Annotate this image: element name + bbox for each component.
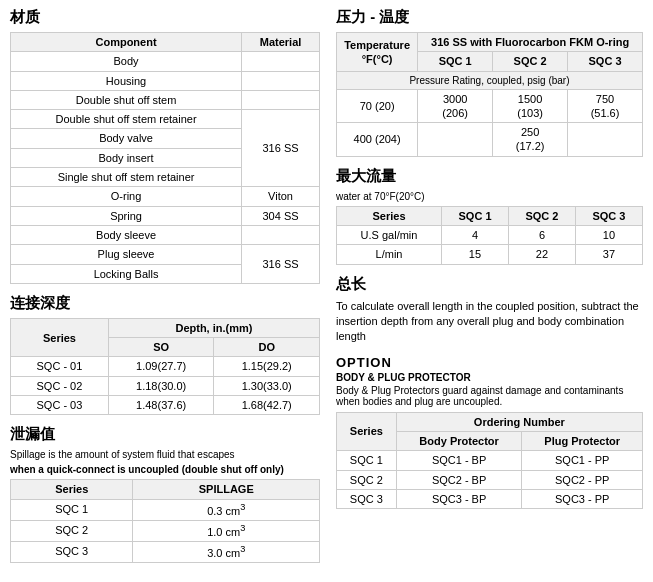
material-table: Component Material BodyHousingDouble shu… [10,32,320,284]
cd-row-cell: SQC - 03 [11,396,109,415]
material-row-component: Body [11,52,242,71]
pt-pressure-label: Pressure Rating, coupled, psig (bar) [337,71,643,89]
cd-so-header: SO [108,338,214,357]
option-section: OPTION BODY & PLUG PROTECTOR Body & Plug… [336,355,643,509]
connection-depth-section: 连接深度 Series Depth, in.(mm) SO DO SQC - 0… [10,294,320,415]
material-row-value: 316 SS [242,245,320,284]
mf-row-cell: 22 [508,245,575,264]
material-row-component: Single shut off stem retainer [11,168,242,187]
max-flow-table: Series SQC 1 SQC 2 SQC 3 U.S gal/min4610… [336,206,643,265]
main-layout: 材质 Component Material BodyHousingDouble … [10,8,643,573]
material-row-value [242,225,320,244]
pressure-temp-table: Temperature°F(°C) 316 SS with Fluorocarb… [336,32,643,157]
mf-row-cell: 4 [442,226,509,245]
spillage-row-value: 0.3 cm3 [133,499,320,520]
pt-row-cell [418,123,493,157]
option-row-cell: SQC2 - BP [396,470,522,489]
pt-sqc2-header: SQC 2 [493,52,568,71]
spillage-row-value: 3.0 cm3 [133,541,320,562]
pt-temp-header: Temperature°F(°C) [337,33,418,72]
mf-row-cell: 6 [508,226,575,245]
cd-row-cell: 1.18(30.0) [108,376,214,395]
material-row-value: 304 SS [242,206,320,225]
overall-length-desc: To calculate overall length in the coupl… [336,299,643,345]
pt-row-cell: 1500 (103) [493,89,568,123]
option-title: OPTION [336,355,643,370]
mf-sqc2-header: SQC 2 [508,206,575,225]
max-flow-title: 最大流量 [336,167,643,186]
option-row-cell: SQC2 - PP [522,470,643,489]
connection-depth-table: Series Depth, in.(mm) SO DO SQC - 011.09… [10,318,320,415]
option-row-cell: SQC 1 [337,451,397,470]
connection-depth-title: 连接深度 [10,294,320,313]
material-row-value: Viton [242,187,320,206]
material-row-component: Spring [11,206,242,225]
pt-row-cell [568,123,643,157]
spillage-col-series: Series [11,480,133,499]
material-row-value [242,71,320,90]
cd-row-cell: 1.09(27.7) [108,357,214,376]
spillage-col-value: SPILLAGE [133,480,320,499]
mf-row-cell: 15 [442,245,509,264]
overall-length-title: 总长 [336,275,643,294]
mf-sqc1-header: SQC 1 [442,206,509,225]
spillage-section: 泄漏值 Spillage is the amount of system flu… [10,425,320,562]
spillage-desc2: when a quick-connect is uncoupled (doubl… [10,464,320,475]
right-column: 压力 - 温度 Temperature°F(°C) 316 SS with Fl… [336,8,643,573]
pt-sqc3-header: SQC 3 [568,52,643,71]
pt-row-cell: 750 (51.6) [568,89,643,123]
spillage-row-series: SQC 3 [11,541,133,562]
option-row-cell: SQC3 - PP [522,490,643,509]
option-row-cell: SQC1 - BP [396,451,522,470]
cd-row-cell: 1.48(37.6) [108,396,214,415]
cd-row-cell: 1.15(29.2) [214,357,320,376]
material-section: 材质 Component Material BodyHousingDouble … [10,8,320,284]
opt-series-header: Series [337,412,397,451]
pt-row-temp: 70 (20) [337,89,418,123]
cd-row-cell: 1.68(42.7) [214,396,320,415]
option-desc: Body & Plug Protectors guard against dam… [336,385,643,407]
material-row-component: O-ring [11,187,242,206]
cd-row-cell: SQC - 02 [11,376,109,395]
pressure-temp-title: 压力 - 温度 [336,8,643,27]
mf-row-series: L/min [337,245,442,264]
option-row-cell: SQC3 - BP [396,490,522,509]
cd-depth-header: Depth, in.(mm) [108,318,319,337]
mf-series-header: Series [337,206,442,225]
pt-row-cell: 250 (17.2) [493,123,568,157]
spillage-desc1: Spillage is the amount of system fluid t… [10,449,320,460]
overall-length-section: 总长 To calculate overall length in the co… [336,275,643,345]
mf-row-cell: 37 [575,245,642,264]
pt-row-cell: 3000 (206) [418,89,493,123]
pt-row-temp: 400 (204) [337,123,418,157]
material-row-component: Body sleeve [11,225,242,244]
material-title: 材质 [10,8,320,27]
spillage-row-series: SQC 2 [11,520,133,541]
material-row-component: Double shut off stem [11,90,242,109]
max-flow-note: water at 70°F(20°C) [336,191,643,202]
pt-material-header: 316 SS with Fluorocarbon FKM O-ring [418,33,643,52]
left-column: 材质 Component Material BodyHousingDouble … [10,8,320,573]
pt-sqc1-header: SQC 1 [418,52,493,71]
material-row-value [242,90,320,109]
material-row-component: Body insert [11,148,242,167]
opt-ordering-header: Ordering Number [396,412,642,431]
material-row-component: Double shut off stem retainer [11,110,242,129]
option-subtitle: BODY & PLUG PROTECTOR [336,372,643,383]
cd-row-cell: SQC - 01 [11,357,109,376]
material-row-component: Plug sleeve [11,245,242,264]
mf-row-series: U.S gal/min [337,226,442,245]
material-col-component: Component [11,33,242,52]
spillage-title: 泄漏值 [10,425,320,444]
option-row-cell: SQC 2 [337,470,397,489]
mf-row-cell: 10 [575,226,642,245]
opt-body-header: Body Protector [396,432,522,451]
opt-plug-header: Plug Protector [522,432,643,451]
material-row-value: 316 SS [242,110,320,187]
spillage-row-value: 1.0 cm3 [133,520,320,541]
cd-series-header: Series [11,318,109,357]
max-flow-section: 最大流量 water at 70°F(20°C) Series SQC 1 SQ… [336,167,643,265]
material-row-component: Housing [11,71,242,90]
material-row-component: Locking Balls [11,264,242,283]
cd-do-header: DO [214,338,320,357]
